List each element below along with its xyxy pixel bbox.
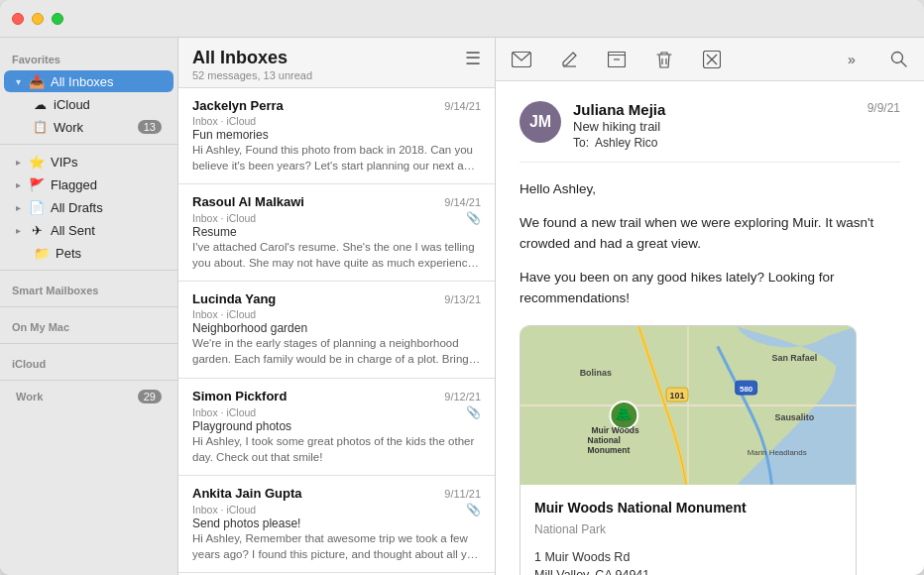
trash-icon[interactable]	[650, 46, 678, 73]
msg-subject: Neighborhood garden	[192, 321, 481, 335]
header-text: All Inboxes 52 messages, 13 unread	[192, 48, 312, 81]
mail-icon[interactable]	[508, 46, 535, 73]
sidebar-item-work-section[interactable]: Work 29	[4, 387, 173, 406]
sidebar-item-label: Flagged	[51, 177, 162, 192]
msg-sender: Lucinda Yang	[192, 291, 276, 306]
email-to: To: Ashley Rico	[573, 136, 856, 150]
sidebar-item-label: Pets	[56, 246, 162, 261]
compose-icon[interactable]	[555, 46, 583, 73]
sidebar-item-label: All Inboxes	[51, 74, 162, 89]
svg-rect-3	[609, 52, 626, 55]
message-list: All Inboxes 52 messages, 13 unread ☰ Jac…	[178, 38, 496, 575]
favorites-label: Favorites	[0, 46, 177, 69]
msg-sender: Simon Pickford	[192, 389, 287, 403]
overflow-icon[interactable]: »	[837, 46, 865, 73]
inbox-icon: 📥	[29, 73, 45, 89]
svg-line-11	[901, 61, 906, 66]
msg-header: Lucinda Yang 9/13/21	[192, 291, 481, 306]
minimize-button[interactable]	[32, 13, 44, 25]
messages-container: Jackelyn Perra 9/14/21 Inbox · iCloud Fu…	[178, 88, 495, 575]
sidebar-item-all-inboxes[interactable]: ▾ 📥 All Inboxes	[4, 70, 173, 92]
msg-subline: Inbox · iCloud 📎	[192, 503, 481, 517]
msg-sender: Ankita Jain Gupta	[192, 486, 302, 501]
chevron-down-icon: ▾	[16, 76, 21, 87]
map-card: 101 580 🌲 Bolinas Muir Woods	[520, 325, 857, 575]
msg-date: 9/14/21	[444, 196, 481, 208]
titlebar	[0, 0, 924, 38]
chevron-right-icon: ▸	[16, 157, 21, 168]
sidebar-item-label: Work	[16, 391, 132, 402]
map-place-name: Muir Woods National Monument	[534, 497, 842, 518]
sidebar-item-all-sent[interactable]: ▸ ✈ All Sent	[4, 219, 173, 241]
msg-subline: Inbox · iCloud 📎	[192, 211, 481, 225]
sidebar-divider-4	[0, 343, 177, 344]
msg-inbox: Inbox · iCloud	[192, 212, 256, 224]
message-item[interactable]: Simon Pickford 9/12/21 Inbox · iCloud 📎 …	[178, 379, 495, 476]
sidebar-item-all-drafts[interactable]: ▸ 📄 All Drafts	[4, 196, 173, 218]
map-image: 101 580 🌲 Bolinas Muir Woods	[520, 326, 856, 485]
on-my-mac-label: On My Mac	[0, 313, 177, 337]
svg-text:Monument: Monument	[588, 445, 631, 455]
detail-pane: » JM Juliana Mejia New hiking trai	[496, 38, 924, 575]
work-section-badge: 29	[138, 390, 162, 403]
sidebar-item-label: Work	[54, 120, 132, 135]
sidebar-item-pets[interactable]: 📁 Pets	[4, 242, 173, 264]
msg-sender: Jackelyn Perra	[192, 98, 284, 113]
msg-header: Jackelyn Perra 9/14/21	[192, 98, 481, 113]
email-subject: New hiking trail	[573, 119, 856, 134]
msg-subject: Send photos please!	[192, 517, 481, 530]
attach-icon: 📎	[466, 211, 481, 225]
chevron-right-icon: ▸	[16, 225, 21, 236]
svg-text:National: National	[588, 435, 621, 445]
close-button[interactable]	[12, 13, 24, 25]
msg-preview: Hi Ashley, I took some great photos of t…	[192, 433, 481, 465]
svg-text:🌲: 🌲	[614, 404, 634, 423]
msg-inbox: Inbox · iCloud	[192, 504, 256, 516]
msg-sender: Rasoul Al Malkawi	[192, 194, 304, 209]
msg-inbox: Inbox · iCloud	[192, 308, 481, 320]
detail-toolbar: »	[496, 38, 924, 81]
svg-text:Muir Woods: Muir Woods	[592, 425, 639, 435]
msg-date: 9/12/21	[444, 391, 481, 402]
body-greeting: Hello Ashley,	[520, 178, 900, 200]
attach-icon: 📎	[466, 405, 481, 419]
email-content: JM Juliana Mejia New hiking trail To: As…	[496, 81, 924, 575]
email-meta: Juliana Mejia New hiking trail To: Ashle…	[573, 101, 856, 150]
smart-mailboxes-label: Smart Mailboxes	[0, 277, 177, 300]
map-info: Muir Woods National Monument National Pa…	[520, 485, 856, 575]
work-icon: 📋	[32, 119, 48, 135]
msg-preview: Hi Ashley, Found this photo from back in…	[192, 142, 481, 173]
svg-text:San Rafael: San Rafael	[772, 353, 818, 363]
drafts-icon: 📄	[29, 199, 45, 215]
junk-icon[interactable]	[698, 46, 726, 73]
message-item[interactable]: Rasoul Al Malkawi 9/14/21 Inbox · iCloud…	[178, 184, 495, 282]
chevron-right-icon: ▸	[16, 179, 21, 190]
sidebar-item-vips[interactable]: ▸ ⭐ VIPs	[4, 151, 173, 172]
sidebar-divider-5	[0, 380, 177, 381]
email-body: Hello Ashley, We found a new trail when …	[520, 178, 900, 575]
svg-rect-2	[609, 55, 626, 66]
to-label: To:	[573, 136, 589, 150]
msg-date: 9/14/21	[444, 100, 481, 112]
sidebar-item-flagged[interactable]: ▸ 🚩 Flagged	[4, 173, 173, 195]
sidebar-item-work[interactable]: 📋 Work 13	[4, 116, 173, 138]
msg-preview: Hi Ashley, Remember that awesome trip we…	[192, 530, 481, 562]
archive-icon[interactable]	[603, 46, 631, 73]
email-header: JM Juliana Mejia New hiking trail To: As…	[520, 101, 900, 163]
message-item[interactable]: Ankita Jain Gupta 9/11/21 Inbox · iCloud…	[178, 476, 495, 573]
message-item[interactable]: Lucinda Yang 9/13/21 Inbox · iCloud Neig…	[178, 282, 495, 378]
svg-text:Bolinas: Bolinas	[580, 368, 612, 378]
maximize-button[interactable]	[52, 13, 63, 25]
search-icon[interactable]	[884, 46, 912, 73]
filter-icon[interactable]: ☰	[465, 48, 481, 69]
message-item[interactable]: Jackelyn Perra 9/14/21 Inbox · iCloud Fu…	[178, 88, 495, 184]
main-content: Favorites ▾ 📥 All Inboxes ☁ iCloud 📋 Wor…	[0, 38, 924, 575]
msg-preview: We're in the early stages of planning a …	[192, 335, 481, 367]
email-date: 9/9/21	[867, 101, 900, 115]
sender-avatar: JM	[520, 101, 561, 143]
msg-header: Rasoul Al Malkawi 9/14/21	[192, 194, 481, 209]
sidebar-item-icloud[interactable]: ☁ iCloud	[4, 93, 173, 115]
svg-text:580: 580	[740, 385, 753, 394]
svg-text:Marin Headlands: Marin Headlands	[748, 448, 807, 457]
cloud-icon: ☁	[32, 96, 48, 112]
